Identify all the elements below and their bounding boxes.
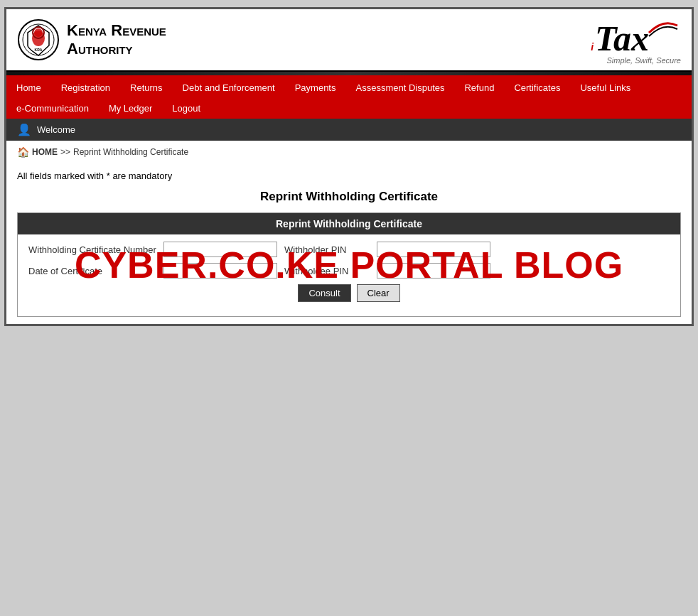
itax-swoosh-icon — [645, 15, 681, 50]
breadcrumb-current: Reprint Withholding Certificate — [73, 147, 188, 157]
nav-useful-links[interactable]: Useful Links — [570, 77, 640, 98]
breadcrumb-home[interactable]: HOME — [32, 147, 58, 157]
withholder-pin-input[interactable] — [377, 242, 490, 257]
itax-tagline: Simple, Swift, Secure — [606, 56, 681, 65]
svg-text:KRA: KRA — [35, 48, 43, 52]
mandatory-note: All fields marked with * are mandatory — [17, 171, 681, 181]
clear-button[interactable]: Clear — [357, 284, 400, 302]
main-nav: Home Registration Returns Debt and Enfor… — [6, 77, 692, 119]
welcome-bar: 👤 Welcome — [6, 119, 692, 141]
nav-certificates[interactable]: Certificates — [504, 77, 570, 98]
welcome-label: Welcome — [37, 124, 75, 135]
user-icon: 👤 — [17, 123, 31, 136]
cert-number-input[interactable] — [163, 242, 277, 257]
kra-name: Kenya Revenue Authority — [67, 21, 166, 59]
breadcrumb: 🏠 HOME >> Reprint Withholding Certificat… — [6, 141, 692, 163]
nav-home[interactable]: Home — [6, 77, 51, 98]
nav-registration[interactable]: Registration — [51, 77, 120, 98]
main-content: All fields marked with * are mandatory R… — [6, 163, 692, 324]
nav-row-2: e-Communication My Ledger Logout — [6, 98, 692, 119]
nav-refund[interactable]: Refund — [454, 77, 504, 98]
withholder-pin-label: Withholder PIN — [284, 244, 370, 255]
cert-number-label: Withholding Certificate Number — [28, 244, 156, 255]
consult-button[interactable]: Consult — [298, 284, 350, 302]
svg-point-3 — [34, 28, 43, 37]
form-panel-header: Reprint Withholding Certificate — [18, 213, 680, 234]
nav-assessment-disputes[interactable]: Assessment Disputes — [345, 77, 454, 98]
page-title: Reprint Withholding Certificate — [17, 190, 681, 204]
nav-logout[interactable]: Logout — [162, 98, 210, 119]
withholdee-pin-label: Withholdee PIN — [284, 266, 370, 276]
form-panel: CYBER.CO.KE PORTAL BLOG Reprint Withhold… — [17, 212, 681, 317]
itax-logo: i Tax Simple, Swift, Secure — [591, 15, 681, 65]
nav-e-communication[interactable]: e-Communication — [6, 98, 99, 119]
form-row-1: Withholding Certificate Number Withholde… — [28, 242, 670, 257]
form-panel-body: Withholding Certificate Number Withholde… — [18, 234, 680, 316]
cert-date-label: Date of Certificate — [28, 266, 156, 276]
form-row-2: Date of Certificate Withholdee PIN — [28, 263, 670, 279]
nav-payments[interactable]: Payments — [285, 77, 346, 98]
nav-my-ledger[interactable]: My Ledger — [99, 98, 162, 119]
nav-row-1: Home Registration Returns Debt and Enfor… — [6, 77, 692, 98]
nav-returns[interactable]: Returns — [120, 77, 173, 98]
page-header: KRA Kenya Revenue Authority i Tax Simple… — [6, 9, 692, 72]
kra-emblem-icon: KRA — [17, 18, 60, 61]
cert-date-input[interactable] — [163, 263, 277, 279]
header-divider — [6, 72, 692, 77]
nav-debt-enforcement[interactable]: Debt and Enforcement — [173, 77, 285, 98]
breadcrumb-separator: >> — [60, 147, 70, 157]
form-actions: Consult Clear — [28, 284, 670, 309]
home-icon: 🏠 — [17, 146, 29, 158]
kra-logo: KRA Kenya Revenue Authority — [17, 18, 166, 61]
withholdee-pin-input[interactable] — [377, 263, 490, 279]
